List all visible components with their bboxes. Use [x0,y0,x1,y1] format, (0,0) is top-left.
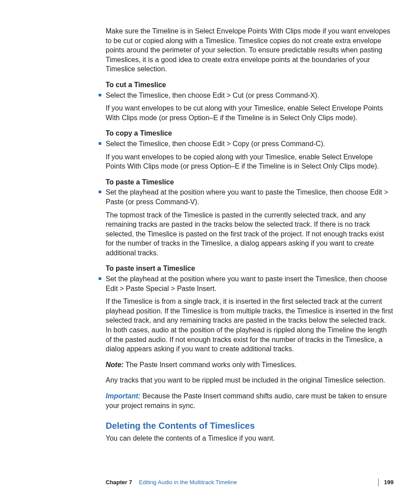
page-footer: Chapter 7 Editing Audio in the Multitrac… [106,478,394,486]
important-text: Because the Paste Insert command shifts … [106,392,387,409]
extra-line: Any tracks that you want to be rippled m… [106,375,394,385]
bullet-text: Select the Timeslice, then choose Edit >… [106,140,325,147]
important-line: Important: Because the Paste Insert comm… [106,391,394,410]
note-text: The Paste Insert command works only with… [124,361,297,368]
intro-paragraph: Make sure the Timeline is in Select Enve… [106,26,394,74]
footer-chapter-title: Editing Audio in the Multitrack Timeline [139,479,237,486]
footer-chapter: Chapter 7 [106,479,132,486]
subhead-cut: To cut a Timeslice [106,80,394,90]
note-line: Note: The Paste Insert command works onl… [106,360,394,370]
bullet-icon [99,277,101,280]
bullet-text: Set the playhead at the position where y… [106,275,387,292]
body-cut: If you want envelopes to be cut along wi… [106,103,394,122]
note-label: Note: [106,361,124,368]
bullet-icon [99,94,101,96]
body-copy: If you want envelopes to be copied along… [106,152,394,171]
subhead-copy: To copy a Timeslice [106,129,394,138]
bullet-text: Select the Timeslice, then choose Edit >… [106,92,319,99]
bullet-icon [99,142,101,145]
subhead-paste: To paste a Timeslice [106,177,394,187]
body-paste-insert: If the Timeslice is from a single track,… [106,297,394,354]
bullet-cut: Select the Timeslice, then choose Edit >… [106,91,394,100]
bullet-text: Set the playhead at the position where y… [106,188,388,206]
bullet-icon [99,191,101,193]
body-deleting: You can delete the contents of a Timesli… [106,434,394,443]
document-page: Make sure the Timeline is in Select Enve… [0,0,420,504]
bullet-paste: Set the playhead at the position where y… [106,188,394,206]
bullet-paste-insert: Set the playhead at the position where y… [106,274,394,293]
bullet-copy: Select the Timeslice, then choose Edit >… [106,139,394,149]
footer-page-number: 199 [378,478,394,486]
subhead-paste-insert: To paste insert a Timeslice [106,264,394,273]
important-label: Important: [106,392,140,400]
body-paste: The topmost track of the Timeslice is pa… [106,210,394,258]
section-heading-deleting: Deleting the Contents of Timeslices [106,420,394,432]
footer-left: Chapter 7 Editing Audio in the Multitrac… [106,478,237,486]
